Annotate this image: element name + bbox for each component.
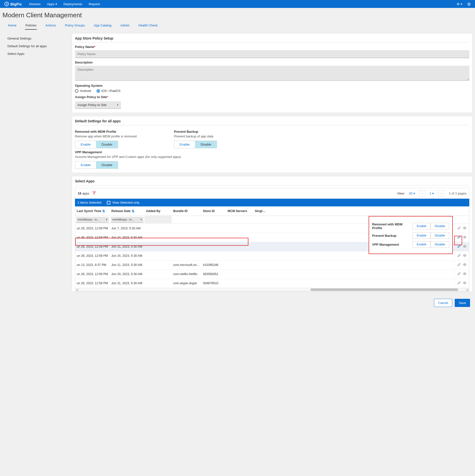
filter-icon[interactable]: [92, 191, 96, 195]
page-size-select[interactable]: 20▾: [407, 191, 417, 196]
svg-point-3: [464, 255, 465, 256]
tab-home[interactable]: Home: [7, 22, 17, 30]
edit-icon[interactable]: [457, 272, 461, 276]
edit-icon[interactable]: [457, 263, 461, 267]
cell: Jun 11, 2023, 5:30 AM: [110, 261, 144, 269]
sidebar-defaults[interactable]: Default Settings for all apps: [7, 42, 62, 50]
col-mcm[interactable]: MCM Servers: [226, 207, 253, 216]
cell: un 26, 2023, 12:59 PM: [75, 252, 110, 260]
top-bar: BigFix Devices Apps▾ Deployments Reports…: [0, 0, 475, 8]
pop-1-disable[interactable]: Disable: [430, 232, 449, 239]
edit-icon[interactable]: [457, 281, 461, 285]
setting-0-disable[interactable]: Disable: [96, 141, 118, 148]
col-store[interactable]: Store ID: [201, 207, 226, 216]
save-button[interactable]: Save: [455, 299, 470, 307]
page-next[interactable]: ›: [438, 190, 444, 196]
table-header: Last Synch Time⇅ Release Date⇅ Added By …: [75, 207, 469, 216]
cell: [144, 263, 172, 267]
horizontal-scrollbar[interactable]: ◂ ▸: [75, 288, 469, 291]
eye-icon[interactable]: [463, 281, 467, 285]
tab-actions[interactable]: Actions: [45, 22, 56, 30]
nav-devices[interactable]: Devices: [29, 2, 41, 6]
scroll-left-icon[interactable]: ◂: [75, 288, 79, 291]
setting-0-enable[interactable]: Enable: [75, 141, 96, 148]
panel-setup: App Store Policy Setup Policy Name* Desc…: [72, 33, 473, 113]
edit-icon[interactable]: [457, 226, 461, 231]
eye-icon[interactable]: [463, 226, 467, 231]
row-actions: [454, 242, 469, 251]
pop-1-enable[interactable]: Enable: [412, 232, 430, 239]
pop-2-disable[interactable]: Disable: [430, 241, 449, 248]
cell: [144, 226, 172, 231]
footer: Cancel Save: [72, 295, 473, 310]
description-label: Description: [75, 61, 469, 64]
tab-admin[interactable]: Admin: [120, 22, 130, 30]
pop-label-0: Removed with MDM Profile: [372, 222, 412, 230]
pop-2-enable[interactable]: Enable: [412, 241, 430, 248]
table-row[interactable]: un 26, 2023, 12:59 PMJun 21, 2023, 5:30 …: [75, 279, 469, 288]
setting-2-enable[interactable]: Enable: [75, 161, 96, 169]
eye-icon[interactable]: [463, 254, 467, 258]
cancel-button[interactable]: Cancel: [434, 299, 452, 307]
cell: Jun 24, 2023, 5:30 AM: [110, 234, 144, 241]
power-icon[interactable]: ⏻: [467, 2, 471, 6]
cell: Jun 20, 2023, 5:30 AM: [110, 270, 144, 278]
edit-icon[interactable]: [457, 235, 461, 240]
gear-icon[interactable]: ⚙ ▾: [457, 2, 462, 6]
cell: [226, 235, 253, 240]
scroll-right-icon[interactable]: ▸: [466, 288, 469, 291]
eye-icon[interactable]: [463, 244, 467, 249]
eye-icon[interactable]: [463, 235, 467, 240]
filter-release-date[interactable]: mm/dd/yyyy - m…: [111, 217, 143, 223]
col-sync[interactable]: Last Synch Time⇅: [75, 207, 110, 216]
filter-addedby[interactable]: [144, 216, 172, 223]
cell: Jun 15, 2023, 5:30 AM: [110, 252, 144, 260]
eye-icon[interactable]: [463, 263, 467, 267]
tab-app-catalog[interactable]: App Catalog: [93, 22, 112, 30]
cell: [253, 254, 454, 258]
cell: [144, 281, 172, 285]
page-prev[interactable]: ‹: [419, 190, 426, 196]
setting-1-disable[interactable]: Disable: [195, 141, 216, 148]
row-actions: [454, 251, 469, 260]
setting-1-enable[interactable]: Enable: [174, 141, 195, 148]
col-bundle[interactable]: Bundle ID: [172, 207, 201, 216]
col-release[interactable]: Release Date⇅: [110, 207, 144, 216]
filter-sync-date[interactable]: mm/dd/yyyy - m…: [76, 217, 109, 223]
os-radio-android[interactable]: Android: [75, 89, 91, 93]
apps-table: Last Synch Time⇅ Release Date⇅ Added By …: [75, 206, 469, 292]
edit-icon[interactable]: [457, 244, 461, 249]
table-row[interactable]: un 13, 2023, 9:37 PMJun 11, 2023, 5:30 A…: [75, 260, 469, 270]
setting-2-disable[interactable]: Disable: [96, 161, 118, 169]
nav-reports[interactable]: Reports: [89, 2, 100, 6]
view-selected-checkbox[interactable]: [107, 201, 110, 204]
tab-policy-groups[interactable]: Policy Groups: [64, 22, 85, 30]
col-singl[interactable]: Singl…: [253, 207, 454, 216]
policy-name-input[interactable]: [75, 50, 469, 58]
setting-removed-mdm: Removed with MDM Profile Remove app when…: [75, 128, 159, 148]
assign-site-select[interactable]: Assign Policy to Site: [75, 101, 121, 109]
eye-icon[interactable]: [463, 272, 467, 276]
chevron-down-icon: ▾: [432, 192, 434, 195]
edit-icon[interactable]: [457, 254, 461, 258]
tab-policies[interactable]: Policies: [25, 22, 37, 30]
page-title: Modern Client Management: [0, 8, 475, 22]
nav-apps[interactable]: Apps▾: [47, 2, 57, 6]
apps-count-suffix: apps: [82, 192, 89, 195]
description-input[interactable]: [75, 66, 469, 81]
setting-prevent-backup: Prevent Backup Prevent backup of app dat…: [174, 128, 258, 148]
os-radio-ios[interactable]: iOS / iPadOS: [96, 89, 120, 93]
table-row[interactable]: un 26, 2023, 12:59 PMJun 20, 2023, 5:30 …: [75, 270, 469, 279]
cell: [172, 244, 201, 249]
pop-0-disable[interactable]: Disable: [430, 223, 449, 229]
brand-logo[interactable]: BigFix: [4, 2, 22, 6]
pop-0-enable[interactable]: Enable: [412, 223, 430, 229]
nav-deployments[interactable]: Deployments: [64, 2, 82, 6]
cell: com.microsoft.on…: [172, 261, 201, 269]
tab-health-check[interactable]: Health Check: [138, 22, 158, 30]
col-addedby[interactable]: Added By: [144, 207, 172, 216]
sidebar-general[interactable]: General Settings: [7, 35, 62, 42]
cell: Jun 21, 2023, 5:30 AM: [110, 279, 144, 287]
sidebar-select-apps[interactable]: Select Apps: [7, 50, 62, 58]
page-current-select[interactable]: 1▾: [428, 191, 436, 196]
